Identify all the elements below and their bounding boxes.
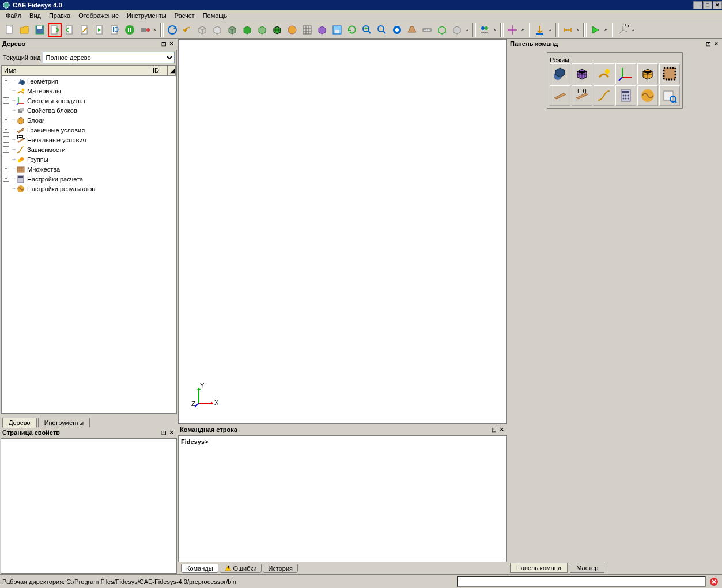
menu-view[interactable]: Вид	[26, 12, 44, 20]
new-file-button[interactable]	[3, 23, 17, 37]
zoom-out-button[interactable]: −	[375, 23, 389, 37]
cmdline-close-button[interactable]: ✕	[498, 426, 505, 433]
minimize-button[interactable]: _	[693, 1, 702, 9]
tree-item[interactable]: +┈Геометрия	[2, 76, 176, 86]
menu-tools[interactable]: Инструменты	[123, 12, 170, 20]
import-button[interactable]	[48, 23, 62, 37]
run-script-button[interactable]	[93, 23, 107, 37]
cmdpanel-close-button[interactable]: ✕	[713, 40, 720, 47]
edit-script-button[interactable]	[78, 23, 92, 37]
mode-bc-button[interactable]	[659, 63, 680, 84]
3d-viewport[interactable]: X Y Z	[178, 39, 507, 424]
toolbar-overflow-2[interactable]: »	[464, 23, 470, 37]
rtab-cmdpanel[interactable]: Панель команд	[510, 563, 568, 573]
tree-item[interactable]: +┈Множества	[2, 164, 176, 174]
toolbar-overflow-7[interactable]: »	[603, 23, 608, 37]
clip-button[interactable]	[330, 23, 344, 37]
status-input[interactable]	[457, 576, 706, 587]
mode-materials-button[interactable]	[594, 63, 614, 84]
record-button[interactable]	[138, 23, 152, 37]
menu-calc[interactable]: Расчет	[171, 12, 198, 20]
tree-item[interactable]: ┈Свойства блоков	[2, 105, 176, 115]
mode-geometry-button[interactable]	[550, 63, 570, 84]
mode-ic-button[interactable]	[550, 85, 570, 106]
close-button[interactable]: ✕	[713, 1, 722, 9]
toolbar-overflow-6[interactable]: »	[575, 23, 581, 37]
rotate-button[interactable]	[165, 23, 179, 37]
tree-col-sort[interactable]: ◢	[168, 66, 176, 75]
mode-results-button[interactable]	[659, 85, 680, 106]
expand-icon[interactable]: +	[3, 146, 9, 153]
cmdtab-commands[interactable]: Команды	[181, 564, 218, 573]
pause-button[interactable]	[123, 23, 137, 37]
green-wire-button[interactable]	[435, 23, 449, 37]
tree-close-button[interactable]: ✕	[168, 40, 175, 47]
zoom-fit-button[interactable]	[390, 23, 404, 37]
tree-item[interactable]: ┈Материалы	[2, 86, 176, 96]
gray-cube-button[interactable]	[450, 23, 464, 37]
tree-item[interactable]: +┈Настройки расчета	[2, 174, 176, 184]
menu-edit[interactable]: Правка	[46, 12, 74, 20]
toolbar-overflow-5[interactable]: »	[547, 23, 553, 37]
status-stop-button[interactable]	[708, 576, 720, 587]
mode-mesh-button[interactable]	[572, 63, 592, 84]
expand-icon[interactable]: +	[3, 117, 9, 123]
zoom-in-button[interactable]: +	[360, 23, 374, 37]
mode-dependency-button[interactable]	[594, 85, 614, 106]
refresh-button[interactable]	[345, 23, 359, 37]
cmdline-undock-button[interactable]: ◰	[490, 426, 497, 433]
expand-icon[interactable]: +	[3, 166, 9, 172]
tree-item[interactable]: ┈Настройки результатов	[2, 184, 176, 194]
menu-display[interactable]: Отображение	[75, 12, 122, 20]
dimension-button[interactable]	[561, 23, 574, 37]
menu-file[interactable]: Файл	[2, 12, 25, 20]
tree-item[interactable]: +┈Блоки	[2, 115, 176, 125]
axes-z-button[interactable]: +Z	[616, 23, 630, 37]
save-button[interactable]	[33, 23, 47, 37]
transparent-button[interactable]	[255, 23, 269, 37]
toolbar-overflow-3[interactable]: »	[492, 23, 498, 37]
toolbar-overflow-8[interactable]: »	[630, 23, 636, 37]
expand-icon[interactable]: +	[3, 97, 9, 104]
maximize-button[interactable]: □	[703, 1, 712, 9]
ruler-button[interactable]	[420, 23, 434, 37]
expand-icon[interactable]: +	[3, 136, 9, 143]
export-button[interactable]	[63, 23, 77, 37]
toolbar-overflow-4[interactable]: »	[520, 23, 526, 37]
menu-help[interactable]: Помощь	[199, 12, 231, 20]
shaded-button[interactable]	[225, 23, 239, 37]
mode-coords-button[interactable]	[615, 63, 636, 84]
grid-button[interactable]	[300, 23, 314, 37]
expand-icon[interactable]: +	[3, 78, 9, 84]
purple-cube-button[interactable]	[315, 23, 329, 37]
props-undock-button[interactable]: ◰	[160, 429, 167, 436]
users-button[interactable]	[478, 23, 492, 37]
cmdtab-errors[interactable]: !Ошибки	[220, 564, 262, 573]
toolbar-overflow-1[interactable]: »	[152, 23, 158, 37]
id-button[interactable]: ID	[108, 23, 122, 37]
crosshair-button[interactable]	[505, 23, 519, 37]
tab-tools[interactable]: Инструменты	[38, 418, 90, 427]
mesh-green-button[interactable]	[270, 23, 284, 37]
run-button[interactable]	[588, 23, 602, 37]
cmdtab-history[interactable]: История	[263, 564, 298, 573]
tree-item[interactable]: +┈Зависимости	[2, 145, 176, 154]
cmdpanel-undock-button[interactable]: ◰	[705, 40, 712, 47]
expand-icon[interactable]: +	[3, 127, 9, 133]
mode-blocks-button[interactable]	[637, 63, 658, 84]
hidden-line-button[interactable]	[210, 23, 224, 37]
tree-undock-button[interactable]: ◰	[160, 40, 167, 47]
arrow-down-button[interactable]	[533, 23, 547, 37]
cmdline-body[interactable]: Fidesys>	[178, 435, 507, 562]
tree-item[interactable]: +┈t=0Начальные условия	[2, 135, 176, 145]
rtab-wizard[interactable]: Мастер	[570, 563, 604, 573]
tree-col-id[interactable]: ID	[150, 66, 168, 75]
tree-col-name[interactable]: Имя	[2, 66, 150, 75]
perspective-button[interactable]	[405, 23, 419, 37]
expand-icon[interactable]: +	[3, 176, 9, 182]
tree-item[interactable]: +┈Системы координат	[2, 96, 176, 105]
props-close-button[interactable]: ✕	[168, 429, 175, 436]
solid-green-button[interactable]	[240, 23, 254, 37]
open-file-button[interactable]	[18, 23, 32, 37]
mode-time-button[interactable]: t=0	[572, 85, 592, 106]
